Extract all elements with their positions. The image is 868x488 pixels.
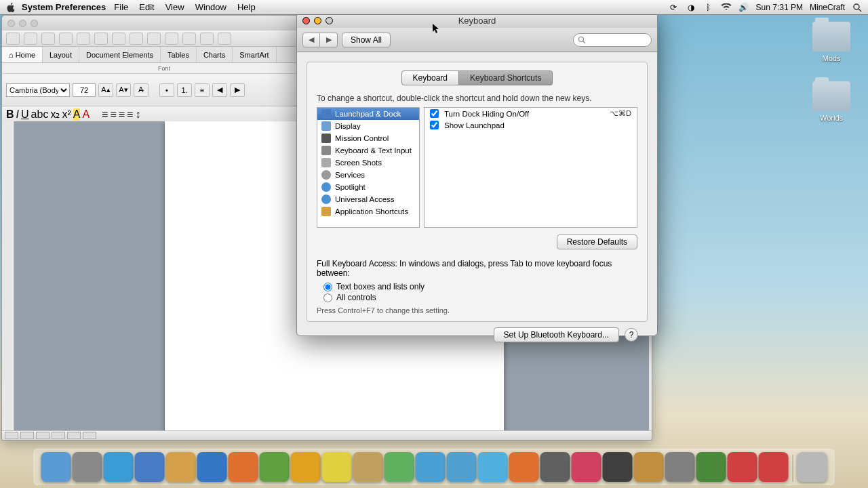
- desktop-folder-mods[interactable]: Mods: [807, 22, 856, 62]
- dock-app-7[interactable]: [260, 452, 290, 482]
- clear-format-button[interactable]: A̶: [134, 83, 149, 97]
- dock-app-4[interactable]: [166, 452, 196, 482]
- shortcut-list[interactable]: Turn Dock Hiding On/Off ⌥⌘D Show Launchp…: [424, 107, 637, 228]
- sync-icon[interactable]: ⟳: [668, 2, 679, 13]
- view-button[interactable]: [20, 432, 34, 439]
- dock-app-14[interactable]: [478, 452, 508, 482]
- multilevel-button[interactable]: ≡: [195, 83, 210, 97]
- superscript-button[interactable]: x²: [62, 108, 71, 121]
- apple-icon[interactable]: [5, 2, 16, 13]
- dock-app-16[interactable]: [540, 452, 570, 482]
- tab-tables[interactable]: Tables: [161, 47, 197, 62]
- volume-icon[interactable]: 🔊: [738, 2, 749, 13]
- close-icon[interactable]: [302, 17, 310, 24]
- category-launchpad-dock[interactable]: Launchpad & Dock: [317, 108, 419, 120]
- category-list[interactable]: Launchpad & Dock Display Mission Control…: [317, 107, 420, 228]
- tool-button[interactable]: [94, 33, 108, 45]
- help-button[interactable]: ?: [625, 328, 638, 342]
- dock-app-5[interactable]: [197, 452, 227, 482]
- spotlight-icon[interactable]: [852, 2, 863, 13]
- tool-button[interactable]: [59, 33, 73, 45]
- align-right-button[interactable]: ≡: [119, 108, 125, 121]
- tab-layout[interactable]: Layout: [43, 47, 79, 62]
- minimize-icon[interactable]: [314, 17, 321, 24]
- category-services[interactable]: Services: [317, 169, 419, 181]
- dock-app-20[interactable]: [665, 452, 695, 482]
- minimize-icon[interactable]: [19, 20, 26, 27]
- view-button[interactable]: [36, 432, 50, 439]
- numbering-button[interactable]: 1.: [177, 83, 192, 97]
- category-mission-control[interactable]: Mission Control: [317, 132, 419, 144]
- menu-file[interactable]: File: [114, 2, 128, 12]
- tool-button[interactable]: [218, 33, 231, 45]
- dock-app-12[interactable]: [416, 452, 446, 482]
- zoom-icon[interactable]: [326, 17, 333, 24]
- align-center-button[interactable]: ≡: [110, 108, 116, 121]
- search-input[interactable]: [589, 36, 643, 44]
- dock-app-18[interactable]: [603, 452, 633, 482]
- shortcut-checkbox[interactable]: [430, 121, 439, 129]
- tool-button[interactable]: [112, 33, 125, 45]
- font-select[interactable]: Cambria (Body): [6, 83, 70, 97]
- highlight-button[interactable]: A: [73, 108, 81, 121]
- category-display[interactable]: Display: [317, 120, 419, 132]
- view-button[interactable]: [5, 432, 18, 439]
- tool-button[interactable]: [6, 33, 20, 45]
- bluetooth-keyboard-button[interactable]: Set Up Bluetooth Keyboard...: [494, 327, 619, 342]
- wifi-icon[interactable]: [721, 2, 732, 13]
- tool-button[interactable]: [165, 33, 178, 45]
- category-universal-access[interactable]: Universal Access: [317, 193, 419, 205]
- dock-app-6[interactable]: [229, 452, 258, 482]
- dock-app-23[interactable]: [759, 452, 789, 482]
- dock-app-10[interactable]: [353, 452, 383, 482]
- back-button[interactable]: ◀: [302, 33, 320, 47]
- menu-help[interactable]: Help: [237, 2, 256, 12]
- bullets-button[interactable]: •: [159, 83, 174, 97]
- tool-button[interactable]: [24, 33, 37, 45]
- dock-app-11[interactable]: [384, 452, 414, 482]
- dock-app-9[interactable]: [322, 452, 352, 482]
- trash-icon[interactable]: [797, 452, 827, 482]
- dock-app-15[interactable]: [509, 452, 539, 482]
- menu-window[interactable]: Window: [195, 2, 226, 12]
- dock-app-13[interactable]: [447, 452, 477, 482]
- shortcut-row[interactable]: Show Launchpad: [425, 119, 637, 131]
- dock-app-8[interactable]: [291, 452, 321, 482]
- dock-app-3[interactable]: [135, 452, 165, 482]
- right-app[interactable]: MineCraft: [810, 3, 845, 12]
- search-field[interactable]: [573, 33, 652, 47]
- bold-button[interactable]: B: [6, 108, 14, 121]
- strike-button[interactable]: abc: [31, 108, 49, 121]
- tab-document-elements[interactable]: Document Elements: [79, 47, 161, 62]
- radio-text-boxes[interactable]: Text boxes and lists only: [323, 282, 637, 291]
- line-spacing-button[interactable]: ↕: [135, 108, 140, 121]
- radio-all-controls[interactable]: All controls: [323, 293, 637, 302]
- menu-edit[interactable]: Edit: [139, 2, 154, 12]
- status-icon[interactable]: ◑: [686, 2, 696, 13]
- dock-app-21[interactable]: [696, 452, 726, 482]
- shrink-font-button[interactable]: A▾: [116, 83, 131, 97]
- menu-view[interactable]: View: [165, 2, 184, 12]
- grow-font-button[interactable]: A▴: [98, 83, 113, 97]
- zoom-icon[interactable]: [31, 20, 38, 27]
- tab-home[interactable]: ⌂Home: [2, 47, 43, 62]
- tab-smartart[interactable]: SmartArt: [233, 47, 276, 62]
- close-icon[interactable]: [7, 20, 15, 27]
- view-button[interactable]: [67, 432, 81, 439]
- dock-app-1[interactable]: [73, 452, 102, 482]
- indent-inc-button[interactable]: ▶: [230, 83, 245, 97]
- prefs-titlebar[interactable]: Keyboard: [297, 13, 657, 28]
- forward-button[interactable]: ▶: [320, 33, 338, 47]
- indent-dec-button[interactable]: ◀: [212, 83, 227, 97]
- tab-keyboard[interactable]: Keyboard: [401, 70, 459, 85]
- tool-button[interactable]: [77, 33, 90, 45]
- dock-app-2[interactable]: [104, 452, 134, 482]
- app-name[interactable]: System Preferences: [22, 2, 106, 12]
- tab-charts[interactable]: Charts: [197, 47, 233, 62]
- underline-button[interactable]: U: [21, 108, 29, 121]
- dock-app-22[interactable]: [728, 452, 757, 482]
- dock-app-0[interactable]: [41, 452, 71, 482]
- italic-button[interactable]: I: [16, 108, 19, 121]
- subscript-button[interactable]: x₂: [50, 108, 60, 121]
- view-button[interactable]: [83, 432, 96, 439]
